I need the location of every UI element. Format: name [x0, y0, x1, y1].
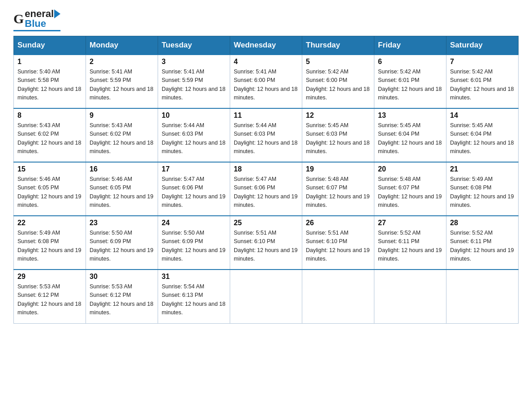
- day-number: 17: [162, 165, 226, 173]
- calendar-cell: 29Sunrise: 5:53 AMSunset: 6:12 PMDayligh…: [14, 270, 86, 323]
- day-info: Sunrise: 5:51 AMSunset: 6:10 PMDaylight:…: [306, 229, 370, 264]
- day-number: 28: [450, 219, 515, 227]
- logo-underline: [13, 30, 60, 31]
- calendar-cell: 23Sunrise: 5:50 AMSunset: 6:09 PMDayligh…: [86, 216, 158, 270]
- day-number: 18: [234, 165, 298, 173]
- calendar-cell: 7Sunrise: 5:42 AMSunset: 6:01 PMDaylight…: [446, 55, 519, 108]
- calendar-cell: 12Sunrise: 5:45 AMSunset: 6:03 PMDayligh…: [302, 108, 374, 162]
- weekday-header-tuesday: Tuesday: [158, 36, 230, 55]
- day-number: 21: [450, 165, 515, 173]
- day-info: Sunrise: 5:44 AMSunset: 6:03 PMDaylight:…: [162, 121, 226, 156]
- calendar-cell: 10Sunrise: 5:44 AMSunset: 6:03 PMDayligh…: [158, 108, 230, 162]
- logo-blue-text: Blue: [25, 19, 46, 29]
- day-info: Sunrise: 5:48 AMSunset: 6:07 PMDaylight:…: [378, 175, 442, 210]
- day-number: 13: [378, 111, 442, 120]
- day-number: 10: [162, 111, 226, 120]
- day-info: Sunrise: 5:50 AMSunset: 6:09 PMDaylight:…: [162, 229, 226, 264]
- calendar-cell: 28Sunrise: 5:52 AMSunset: 6:11 PMDayligh…: [446, 216, 519, 270]
- day-number: 2: [90, 58, 154, 66]
- day-number: 30: [90, 273, 154, 281]
- calendar-cell: 24Sunrise: 5:50 AMSunset: 6:09 PMDayligh…: [158, 216, 230, 270]
- day-info: Sunrise: 5:53 AMSunset: 6:12 PMDaylight:…: [17, 283, 82, 317]
- week-row-5: 29Sunrise: 5:53 AMSunset: 6:12 PMDayligh…: [14, 270, 519, 323]
- day-number: 11: [234, 111, 298, 120]
- day-info: Sunrise: 5:45 AMSunset: 6:03 PMDaylight:…: [306, 121, 370, 156]
- day-info: Sunrise: 5:40 AMSunset: 5:58 PMDaylight:…: [17, 68, 82, 103]
- day-info: Sunrise: 5:45 AMSunset: 6:04 PMDaylight:…: [450, 121, 515, 156]
- week-row-1: 1Sunrise: 5:40 AMSunset: 5:58 PMDaylight…: [14, 55, 519, 108]
- logo-g-letter: G: [13, 12, 24, 26]
- calendar-cell: 5Sunrise: 5:42 AMSunset: 6:00 PMDaylight…: [302, 55, 374, 108]
- day-number: 19: [306, 165, 370, 173]
- calendar-cell: 11Sunrise: 5:44 AMSunset: 6:03 PMDayligh…: [230, 108, 302, 162]
- day-number: 6: [378, 58, 442, 66]
- week-row-4: 22Sunrise: 5:49 AMSunset: 6:08 PMDayligh…: [14, 216, 519, 270]
- day-info: Sunrise: 5:41 AMSunset: 5:59 PMDaylight:…: [162, 68, 226, 103]
- logo-text-block: eneral Blue: [25, 9, 60, 29]
- calendar-cell: [302, 270, 374, 323]
- calendar-cell: 22Sunrise: 5:49 AMSunset: 6:08 PMDayligh…: [14, 216, 86, 270]
- calendar-cell: 17Sunrise: 5:47 AMSunset: 6:06 PMDayligh…: [158, 162, 230, 216]
- day-number: 4: [234, 58, 298, 66]
- day-number: 12: [306, 111, 370, 120]
- day-number: 7: [450, 58, 515, 66]
- day-number: 9: [90, 111, 154, 120]
- day-info: Sunrise: 5:49 AMSunset: 6:08 PMDaylight:…: [17, 229, 82, 264]
- day-info: Sunrise: 5:48 AMSunset: 6:07 PMDaylight:…: [306, 175, 370, 210]
- logo-general-text: eneral: [25, 9, 54, 19]
- day-number: 22: [17, 219, 82, 227]
- day-number: 16: [90, 165, 154, 173]
- weekday-header-wednesday: Wednesday: [230, 36, 302, 55]
- calendar-cell: 2Sunrise: 5:41 AMSunset: 5:59 PMDaylight…: [86, 55, 158, 108]
- calendar-cell: 27Sunrise: 5:52 AMSunset: 6:11 PMDayligh…: [374, 216, 446, 270]
- calendar-cell: 21Sunrise: 5:49 AMSunset: 6:08 PMDayligh…: [446, 162, 519, 216]
- calendar-cell: 6Sunrise: 5:42 AMSunset: 6:01 PMDaylight…: [374, 55, 446, 108]
- day-info: Sunrise: 5:50 AMSunset: 6:09 PMDaylight:…: [90, 229, 154, 264]
- weekday-header-monday: Monday: [86, 36, 158, 55]
- day-number: 8: [17, 111, 82, 120]
- weekday-header-row: SundayMondayTuesdayWednesdayThursdayFrid…: [14, 36, 519, 55]
- calendar-cell: 4Sunrise: 5:41 AMSunset: 6:00 PMDaylight…: [230, 55, 302, 108]
- day-info: Sunrise: 5:45 AMSunset: 6:04 PMDaylight:…: [378, 121, 442, 156]
- calendar-cell: 8Sunrise: 5:43 AMSunset: 6:02 PMDaylight…: [14, 108, 86, 162]
- calendar-cell: 31Sunrise: 5:54 AMSunset: 6:13 PMDayligh…: [158, 270, 230, 323]
- day-info: Sunrise: 5:42 AMSunset: 6:01 PMDaylight:…: [450, 68, 515, 103]
- calendar-table: SundayMondayTuesdayWednesdayThursdayFrid…: [13, 36, 519, 324]
- calendar-cell: [446, 270, 519, 323]
- day-number: 20: [378, 165, 442, 173]
- day-info: Sunrise: 5:41 AMSunset: 6:00 PMDaylight:…: [234, 68, 298, 103]
- calendar-cell: [374, 270, 446, 323]
- day-number: 3: [162, 58, 226, 66]
- calendar-cell: 26Sunrise: 5:51 AMSunset: 6:10 PMDayligh…: [302, 216, 374, 270]
- day-info: Sunrise: 5:52 AMSunset: 6:11 PMDaylight:…: [450, 229, 515, 264]
- weekday-header-friday: Friday: [374, 36, 446, 55]
- page-header: G eneral Blue: [13, 9, 519, 31]
- day-info: Sunrise: 5:47 AMSunset: 6:06 PMDaylight:…: [162, 175, 226, 210]
- day-number: 1: [17, 58, 82, 66]
- day-number: 27: [378, 219, 442, 227]
- calendar-cell: 1Sunrise: 5:40 AMSunset: 5:58 PMDaylight…: [14, 55, 86, 108]
- day-info: Sunrise: 5:52 AMSunset: 6:11 PMDaylight:…: [378, 229, 442, 264]
- calendar-cell: 20Sunrise: 5:48 AMSunset: 6:07 PMDayligh…: [374, 162, 446, 216]
- week-row-3: 15Sunrise: 5:46 AMSunset: 6:05 PMDayligh…: [14, 162, 519, 216]
- day-info: Sunrise: 5:42 AMSunset: 6:00 PMDaylight:…: [306, 68, 370, 103]
- weekday-header-sunday: Sunday: [14, 36, 86, 55]
- calendar-cell: 9Sunrise: 5:43 AMSunset: 6:02 PMDaylight…: [86, 108, 158, 162]
- day-number: 15: [17, 165, 82, 173]
- day-number: 26: [306, 219, 370, 227]
- day-number: 24: [162, 219, 226, 227]
- day-info: Sunrise: 5:49 AMSunset: 6:08 PMDaylight:…: [450, 175, 515, 210]
- day-number: 25: [234, 219, 298, 227]
- calendar-cell: 15Sunrise: 5:46 AMSunset: 6:05 PMDayligh…: [14, 162, 86, 216]
- day-info: Sunrise: 5:46 AMSunset: 6:05 PMDaylight:…: [90, 175, 154, 210]
- calendar-cell: [230, 270, 302, 323]
- day-info: Sunrise: 5:43 AMSunset: 6:02 PMDaylight:…: [17, 121, 82, 156]
- weekday-header-saturday: Saturday: [446, 36, 519, 55]
- logo: G eneral Blue: [13, 9, 60, 31]
- day-number: 14: [450, 111, 515, 120]
- day-info: Sunrise: 5:47 AMSunset: 6:06 PMDaylight:…: [234, 175, 298, 210]
- day-number: 5: [306, 58, 370, 66]
- day-info: Sunrise: 5:46 AMSunset: 6:05 PMDaylight:…: [17, 175, 82, 210]
- day-info: Sunrise: 5:42 AMSunset: 6:01 PMDaylight:…: [378, 68, 442, 103]
- calendar-cell: 25Sunrise: 5:51 AMSunset: 6:10 PMDayligh…: [230, 216, 302, 270]
